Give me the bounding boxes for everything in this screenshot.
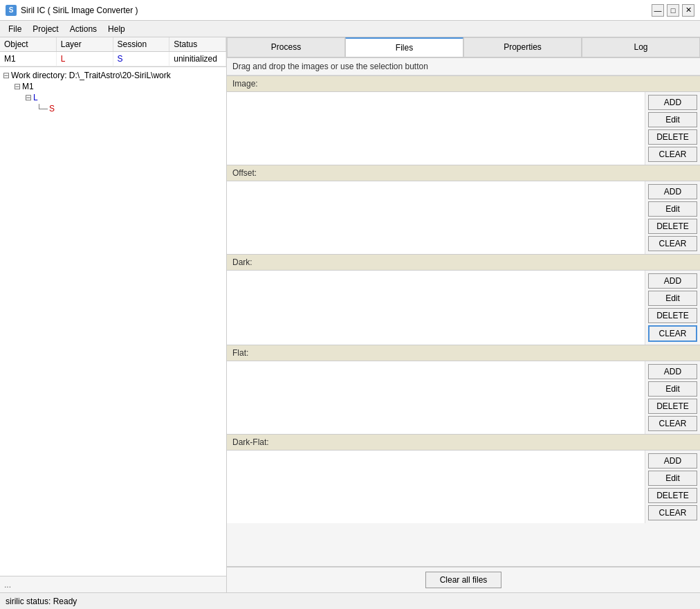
- left-status: ...: [0, 576, 226, 592]
- object-table: Object Layer Session Status M1 L S unini…: [0, 37, 226, 67]
- tab-log[interactable]: Log: [582, 37, 700, 57]
- image-buttons: ADD Edit DELETE CLEAR: [645, 92, 700, 165]
- col-header-status: Status: [169, 37, 226, 51]
- dark-clear-button[interactable]: CLEAR: [648, 325, 697, 342]
- section-dark-flat-header: Dark-Flat:: [227, 434, 700, 451]
- section-flat-header: Flat:: [227, 345, 700, 361]
- tree-expand-icon: ⊟: [3, 71, 10, 80]
- dark-flat-file-list[interactable]: [227, 451, 645, 523]
- status-bar: sirilic status: Ready: [0, 592, 700, 609]
- menu-project[interactable]: Project: [27, 23, 64, 35]
- app-icon: [6, 5, 17, 16]
- section-offset-body: ADD Edit DELETE CLEAR: [227, 181, 700, 254]
- tree-node-workdir[interactable]: ⊟ Work directory: D:\_TraitAstro\20-Siri…: [3, 70, 223, 81]
- section-dark-header: Dark:: [227, 254, 700, 271]
- flat-buttons: ADD Edit DELETE CLEAR: [645, 361, 700, 434]
- tab-files[interactable]: Files: [345, 37, 463, 57]
- tab-process[interactable]: Process: [227, 37, 345, 57]
- col-header-layer: Layer: [57, 37, 113, 51]
- dark-flat-edit-button[interactable]: Edit: [648, 471, 697, 486]
- dark-edit-button[interactable]: Edit: [648, 291, 697, 306]
- tree-workdir-label: Work directory: D:\_TraitAstro\20-SiriL\…: [11, 71, 171, 80]
- dark-flat-delete-button[interactable]: DELETE: [648, 488, 697, 503]
- status-text: sirilic status: Ready: [6, 597, 77, 606]
- dark-flat-add-button[interactable]: ADD: [648, 453, 697, 469]
- dark-buttons: ADD Edit DELETE CLEAR: [645, 271, 700, 345]
- dark-file-list[interactable]: [227, 271, 645, 345]
- section-offset-header: Offset:: [227, 165, 700, 181]
- offset-edit-button[interactable]: Edit: [648, 201, 697, 217]
- table-header: Object Layer Session Status: [0, 37, 226, 52]
- left-status-text: ...: [4, 580, 11, 590]
- offset-add-button[interactable]: ADD: [648, 184, 697, 199]
- dark-delete-button[interactable]: DELETE: [648, 308, 697, 323]
- offset-clear-button[interactable]: CLEAR: [648, 236, 697, 251]
- main-container: Object Layer Session Status M1 L S unini…: [0, 37, 700, 592]
- section-image: Image: ADD Edit DELETE CLEAR: [227, 75, 700, 165]
- offset-file-list[interactable]: [227, 181, 645, 254]
- dark-flat-buttons: ADD Edit DELETE CLEAR: [645, 451, 700, 523]
- tree-expand-icon-m1: ⊟: [14, 82, 21, 91]
- offset-delete-button[interactable]: DELETE: [648, 219, 697, 234]
- left-panel: Object Layer Session Status M1 L S unini…: [0, 37, 227, 592]
- section-offset: Offset: ADD Edit DELETE CLEAR: [227, 165, 700, 254]
- section-flat: Flat: ADD Edit DELETE CLEAR: [227, 345, 700, 434]
- image-clear-button[interactable]: CLEAR: [648, 147, 697, 162]
- flat-file-list[interactable]: [227, 361, 645, 434]
- menu-actions[interactable]: Actions: [64, 23, 102, 35]
- clear-all-button[interactable]: Clear all files: [425, 572, 502, 588]
- title-bar: Siril IC ( SiriL Image Converter ) — □ ✕: [0, 0, 700, 21]
- tabs-bar: Process Files Properties Log: [227, 37, 700, 58]
- maximize-button[interactable]: □: [667, 4, 679, 17]
- menu-help[interactable]: Help: [102, 23, 131, 35]
- section-dark-flat-body: ADD Edit DELETE CLEAR: [227, 451, 700, 523]
- dark-flat-clear-button[interactable]: CLEAR: [648, 505, 697, 520]
- table-row[interactable]: M1 L S uninitialized: [0, 52, 226, 66]
- flat-delete-button[interactable]: DELETE: [648, 399, 697, 414]
- menu-file[interactable]: File: [3, 23, 27, 35]
- tree-node-s[interactable]: └─ S: [3, 103, 223, 114]
- cell-status: uninitialized: [169, 52, 226, 66]
- section-dark-flat: Dark-Flat: ADD Edit DELETE CLEAR: [227, 434, 700, 523]
- image-delete-button[interactable]: DELETE: [648, 129, 697, 145]
- menu-bar: File Project Actions Help: [0, 21, 700, 37]
- section-image-body: ADD Edit DELETE CLEAR: [227, 92, 700, 165]
- flat-edit-button[interactable]: Edit: [648, 381, 697, 397]
- tree-node-m1[interactable]: ⊟ M1: [3, 81, 223, 92]
- tree-m1-label: M1: [22, 82, 34, 91]
- tab-properties[interactable]: Properties: [463, 37, 582, 57]
- section-dark-body: ADD Edit DELETE CLEAR: [227, 271, 700, 345]
- col-header-object: Object: [0, 37, 57, 51]
- section-image-header: Image:: [227, 75, 700, 92]
- image-edit-button[interactable]: Edit: [648, 112, 697, 127]
- tree-s-label: S: [49, 104, 55, 113]
- bottom-bar: Clear all files: [227, 566, 700, 592]
- flat-add-button[interactable]: ADD: [648, 364, 697, 379]
- tree-node-l[interactable]: ⊟ L: [3, 92, 223, 103]
- dark-add-button[interactable]: ADD: [648, 273, 697, 289]
- cell-layer: L: [57, 52, 113, 66]
- col-header-session: Session: [113, 37, 170, 51]
- section-flat-body: ADD Edit DELETE CLEAR: [227, 361, 700, 434]
- title-bar-left: Siril IC ( SiriL Image Converter ): [6, 5, 138, 16]
- tree-panel: ⊟ Work directory: D:\_TraitAstro\20-Siri…: [0, 67, 226, 576]
- offset-buttons: ADD Edit DELETE CLEAR: [645, 181, 700, 254]
- title-bar-controls: — □ ✕: [652, 4, 694, 17]
- cell-session: S: [113, 52, 170, 66]
- right-panel: Process Files Properties Log Drag and dr…: [227, 37, 700, 592]
- title-bar-title: Siril IC ( SiriL Image Converter ): [21, 6, 138, 15]
- image-add-button[interactable]: ADD: [648, 95, 697, 110]
- flat-clear-button[interactable]: CLEAR: [648, 416, 697, 431]
- image-file-list[interactable]: [227, 92, 645, 165]
- section-dark: Dark: ADD Edit DELETE CLEAR: [227, 254, 700, 345]
- tree-leaf-icon-s: └─: [36, 104, 48, 113]
- tree-expand-icon-l: ⊟: [25, 93, 32, 102]
- minimize-button[interactable]: —: [652, 4, 664, 17]
- close-button[interactable]: ✕: [682, 4, 694, 17]
- tree-l-label: L: [33, 93, 38, 102]
- files-content: Image: ADD Edit DELETE CLEAR Offset:: [227, 75, 700, 566]
- cell-object: M1: [0, 52, 57, 66]
- drag-hint: Drag and drop the images or use the sele…: [227, 58, 700, 75]
